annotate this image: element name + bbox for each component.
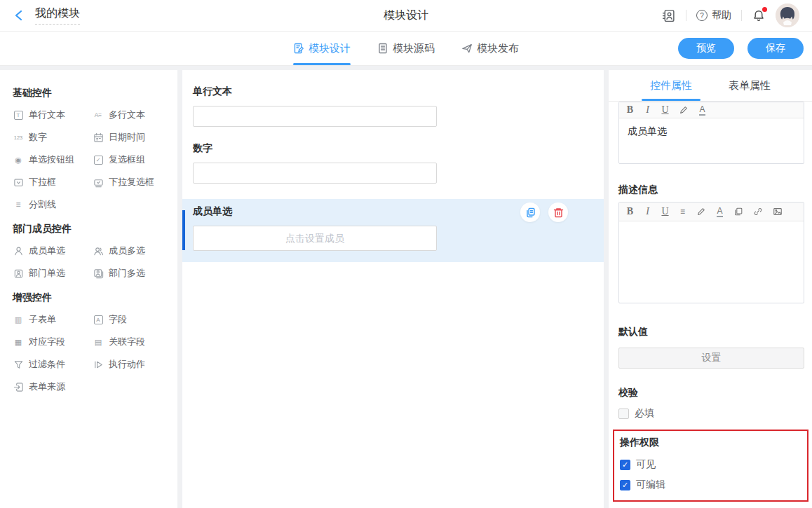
toolbar-pencil-icon[interactable]	[679, 105, 689, 115]
section-title: 增强控件	[13, 291, 177, 304]
page-title: 模块设计	[384, 8, 428, 23]
multi-line-text-icon: A≡	[93, 109, 104, 121]
sidebar-item-multi-line-text[interactable]: A≡多行文本	[93, 104, 170, 126]
toolbar-copy-icon[interactable]	[733, 207, 743, 217]
toolbar-underline-icon[interactable]: U	[661, 206, 669, 217]
toolbar-italic-icon[interactable]: I	[644, 104, 651, 116]
sidebar-item-label: 表单来源	[29, 380, 65, 393]
tab-module-publish[interactable]: 模块发布	[461, 32, 519, 65]
checked-checkbox[interactable]: ✓	[620, 480, 630, 490]
tab-module-design[interactable]: 模块设计	[293, 32, 351, 65]
top-nav: 我的模块 模块设计 ? 帮助	[0, 0, 812, 32]
sidebar-item-filter-condition[interactable]: 过滤条件	[13, 353, 93, 376]
radio-icon: ◉	[13, 154, 24, 165]
save-button[interactable]: 保存	[747, 38, 804, 59]
sidebar-item-field[interactable]: A字段	[93, 308, 170, 331]
dept-multi-icon	[93, 268, 104, 279]
sidebar-item-radio-group[interactable]: ◉单选按钮组	[13, 149, 93, 171]
toolbar-font-icon[interactable]: A	[698, 105, 706, 116]
sidebar-item-mapping-field[interactable]: ▦对应字段	[13, 331, 93, 353]
sidebar-item-member-multi[interactable]: 成员多选	[93, 240, 170, 262]
tab-form-properties[interactable]: 表单属性	[729, 70, 771, 101]
field-label: 数字	[193, 142, 604, 155]
toolbar-image-icon[interactable]	[773, 207, 783, 217]
toolbar-bold-icon[interactable]: B	[626, 104, 634, 116]
validation-options: ✓必填	[618, 407, 804, 420]
duplicate-field-button[interactable]	[520, 202, 540, 222]
title-rich-editor[interactable]: BIUA 成员单选	[618, 102, 804, 164]
member-picker-input[interactable]	[193, 226, 437, 251]
description-label: 描述信息	[618, 184, 804, 196]
unchecked-checkbox[interactable]: ✓	[618, 409, 629, 419]
number-icon: 123	[13, 132, 24, 143]
checkbox-icon: ✓	[93, 154, 104, 165]
sidebar-item-divider[interactable]: ≡分割线	[13, 193, 93, 216]
sidebar-item-execute-action[interactable]: 执行动作	[93, 353, 170, 376]
sidebar-item-related-field[interactable]: ▤关联字段	[93, 331, 170, 353]
sidebar-item-member-single[interactable]: 成员单选	[13, 240, 93, 262]
checkbox-label: 必填	[635, 407, 654, 420]
contacts-icon[interactable]	[661, 8, 676, 23]
notification-bell-icon[interactable]	[752, 8, 766, 23]
description-rich-editor[interactable]: BIU≡A	[618, 202, 804, 303]
sidebar-item-label: 多行文本	[109, 109, 145, 121]
toolbar-bold-icon[interactable]: B	[626, 206, 634, 217]
sidebar-item-label: 对应字段	[29, 336, 65, 348]
description-editor-content[interactable]	[619, 221, 804, 303]
toolbar-align-icon[interactable]: ≡	[679, 206, 686, 217]
sidebar-item-checkbox-group[interactable]: ✓复选框组	[93, 149, 170, 171]
section-title: 基础控件	[13, 87, 177, 99]
sidebar-item-single-line-text[interactable]: T单行文本	[13, 104, 93, 126]
toolbar-underline-icon[interactable]: U	[661, 104, 669, 116]
sidebar-item-dept-multi[interactable]: 部门多选	[93, 262, 170, 284]
toolbar-link-icon[interactable]	[753, 207, 763, 217]
checked-checkbox[interactable]: ✓	[620, 460, 630, 470]
sidebar-item-label: 日期时间	[109, 131, 145, 144]
calendar-icon	[93, 132, 104, 143]
user-avatar[interactable]	[776, 4, 799, 27]
sidebar-item-subform[interactable]: ▥子表单	[13, 308, 93, 331]
form-canvas[interactable]: 单行文本 数字 成员单选	[182, 70, 604, 508]
sidebar-item-datetime[interactable]: 日期时间	[93, 126, 170, 149]
set-default-button[interactable]: 设置	[618, 348, 804, 369]
play-icon	[93, 359, 104, 370]
single-line-text-input[interactable]	[193, 106, 437, 127]
sidebar-item-form-source[interactable]: 表单来源	[13, 376, 93, 398]
back-button[interactable]	[13, 8, 25, 22]
sidebar-item-label: 单行文本	[29, 109, 65, 121]
checkbox-label: 可编辑	[636, 479, 665, 491]
sidebar-item-dropdown-multi[interactable]: 下拉复选框	[93, 171, 170, 193]
module-tab-bar: 模块设计 模块源码 模块发布 预览 保存	[0, 32, 812, 66]
preview-button[interactable]: 预览	[678, 38, 734, 59]
canvas-field-number[interactable]: 数字	[182, 142, 604, 184]
dept-icon	[13, 268, 24, 279]
toolbar-pencil-icon[interactable]	[696, 207, 706, 217]
sidebar-item-number[interactable]: 123数字	[13, 126, 93, 149]
dropdown-multi-icon	[93, 177, 104, 188]
design-doc-icon	[293, 43, 304, 54]
related-field-icon: ▤	[93, 336, 104, 348]
canvas-field-single-line-text[interactable]: 单行文本	[182, 85, 604, 127]
default-value-label: 默认值	[618, 326, 804, 338]
notification-dot	[762, 7, 767, 12]
trash-icon	[553, 207, 564, 219]
chevron-left-icon	[13, 8, 25, 22]
toolbar-font-icon[interactable]: A	[716, 207, 724, 217]
title-editor-toolbar: BIUA	[619, 102, 804, 118]
tab-widget-properties[interactable]: 控件属性	[650, 70, 692, 101]
sidebar-item-dept-single[interactable]: 部门单选	[13, 262, 93, 284]
delete-field-button[interactable]	[548, 202, 568, 222]
sidebar-item-dropdown[interactable]: 下拉框	[13, 171, 93, 193]
filter-icon	[13, 359, 24, 370]
module-name[interactable]: 我的模块	[35, 6, 80, 25]
sidebar-item-label: 过滤条件	[29, 358, 65, 371]
field-label: 单行文本	[193, 85, 604, 98]
title-editor-content[interactable]: 成员单选	[619, 118, 804, 163]
number-input[interactable]	[193, 163, 437, 184]
toolbar-italic-icon[interactable]: I	[644, 206, 651, 217]
canvas-field-member-single-selected[interactable]: 成员单选	[182, 199, 604, 262]
sidebar-item-label: 成员单选	[29, 245, 65, 257]
help-button[interactable]: ? 帮助	[696, 9, 731, 22]
divider-icon: ≡	[13, 199, 24, 210]
tab-module-source[interactable]: 模块源码	[377, 32, 435, 65]
